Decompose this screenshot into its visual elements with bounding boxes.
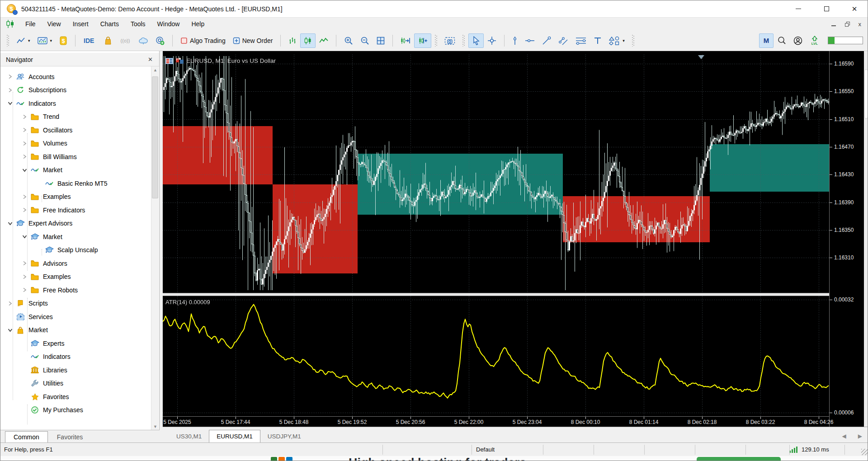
scrollbar-thumb[interactable]	[152, 76, 158, 198]
line-chart-button[interactable]	[316, 33, 332, 48]
tree-item-utilities[interactable]: Utilities	[0, 377, 151, 390]
navigator-scrollbar[interactable]: ▲ ▼	[151, 66, 159, 431]
tree-item-advisors[interactable]: Advisors	[0, 257, 151, 270]
tree-item-indicators[interactable]: Indicators	[0, 97, 151, 110]
navigator-tab-common[interactable]: Common	[5, 431, 48, 442]
market-bag-button[interactable]	[100, 33, 116, 48]
chevron-down-icon[interactable]	[21, 167, 28, 173]
chevron-down-icon[interactable]: ▾	[623, 38, 625, 43]
minimize-button[interactable]	[784, 0, 812, 17]
tree-item-my-purchases[interactable]: My Purchases	[0, 404, 151, 417]
tree-item-examples[interactable]: Examples	[0, 190, 151, 203]
text-tool-button[interactable]	[590, 33, 605, 48]
fibonacci-button[interactable]	[572, 33, 590, 48]
shapes-button[interactable]: ▾	[605, 33, 628, 48]
tab-scroll-right-icon[interactable]: ▶	[858, 433, 862, 439]
time-axis[interactable]: 5 Dec 20255 Dec 17:445 Dec 18:485 Dec 19…	[163, 416, 829, 427]
tile-windows-button[interactable]	[373, 33, 388, 48]
chart-type-button[interactable]: ▾	[13, 33, 34, 48]
price-axis[interactable]: 1.165901.165501.165101.164701.164301.163…	[829, 51, 864, 427]
navigator-tab-favorites[interactable]: Favorites	[49, 432, 91, 442]
trendline-button[interactable]	[538, 33, 555, 48]
navigator-close-icon[interactable]: ✕	[148, 56, 153, 63]
candles-chart-button[interactable]	[300, 33, 316, 48]
zoom-out-button[interactable]	[357, 33, 373, 48]
close-button[interactable]: ✕	[840, 0, 868, 17]
camera-button[interactable]	[441, 33, 459, 48]
chart-window-button[interactable]: ▾	[34, 33, 56, 48]
search-button[interactable]	[774, 33, 790, 48]
chevron-right-icon[interactable]	[21, 127, 28, 133]
chevron-right-icon[interactable]	[7, 87, 13, 93]
tree-item-free-robots[interactable]: Free Robots	[0, 283, 151, 296]
chart-shift-marker-icon[interactable]	[698, 55, 704, 59]
price-chart-canvas[interactable]	[163, 55, 829, 293]
tree-item-expert-advisors[interactable]: Expert Advisors	[0, 217, 151, 230]
menu-item-view[interactable]: View	[42, 19, 67, 29]
user-account-button[interactable]	[790, 33, 806, 48]
tree-item-examples[interactable]: Examples	[0, 270, 151, 283]
chevron-right-icon[interactable]	[21, 273, 28, 280]
child-close-button[interactable]: x	[859, 22, 862, 27]
horizontal-line-button[interactable]	[521, 33, 538, 48]
chevron-down-icon[interactable]	[7, 327, 13, 333]
chevron-down-icon[interactable]: ▾	[50, 38, 52, 43]
tree-item-scripts[interactable]: Scripts	[0, 297, 151, 310]
tree-item-favorites[interactable]: Favorites	[0, 390, 151, 403]
tree-item-accounts[interactable]: Accounts	[0, 70, 151, 83]
chevron-right-icon[interactable]	[21, 287, 28, 293]
chevron-right-icon[interactable]	[21, 207, 28, 213]
tree-item-services[interactable]: Services	[0, 310, 151, 323]
tree-item-basic-renko-mt5[interactable]: Basic Renko MT5	[0, 177, 151, 190]
tree-item-volumes[interactable]: Volumes	[0, 137, 151, 150]
menu-item-insert[interactable]: Insert	[67, 19, 94, 29]
tree-item-experts[interactable]: Experts	[0, 337, 151, 350]
chevron-right-icon[interactable]	[21, 193, 28, 200]
menu-item-charts[interactable]: Charts	[94, 19, 125, 29]
mql5-button[interactable]: M	[759, 33, 774, 48]
child-minimize-button[interactable]	[831, 22, 837, 27]
tree-item-trend[interactable]: Trend	[0, 110, 151, 123]
signals-button[interactable]	[152, 33, 168, 48]
chevron-down-icon[interactable]	[7, 220, 13, 226]
ide-button[interactable]: IDE	[80, 33, 100, 48]
menu-item-file[interactable]: File	[19, 19, 42, 29]
scroll-up-icon[interactable]: ▲	[151, 66, 159, 74]
resize-grip-icon[interactable]	[861, 449, 868, 455]
zoom-in-button[interactable]	[340, 33, 357, 48]
tree-item-oscillators[interactable]: Oscillators	[0, 123, 151, 136]
chevron-right-icon[interactable]	[21, 154, 28, 160]
status-latency[interactable]: 129.10 ms	[802, 446, 829, 453]
chevron-right-icon[interactable]	[21, 260, 28, 267]
tree-item-bill-williams[interactable]: Bill Williams	[0, 150, 151, 163]
maximize-button[interactable]	[812, 0, 840, 17]
chevron-down-icon[interactable]: ▾	[28, 38, 30, 43]
tree-item-indicators[interactable]: Indicators	[0, 350, 151, 363]
chevron-right-icon[interactable]	[7, 300, 13, 306]
menu-item-help[interactable]: Help	[185, 19, 210, 29]
shift-end-left-button[interactable]	[414, 33, 431, 48]
crosshair-button[interactable]	[484, 33, 500, 48]
new-order-button[interactable]: New Order	[229, 33, 277, 48]
cursor-button[interactable]	[468, 33, 484, 48]
menu-item-tools[interactable]: Tools	[125, 19, 151, 29]
tree-item-market[interactable]: Market	[0, 324, 151, 337]
equidistant-channel-button[interactable]	[555, 33, 572, 48]
cloud-button[interactable]	[135, 33, 152, 48]
price-chart-pane[interactable]	[163, 55, 829, 293]
algo-trading-button[interactable]: Algo Trading	[177, 33, 229, 48]
vertical-line-button[interactable]	[509, 33, 521, 48]
shift-end-right-button[interactable]	[397, 33, 414, 48]
chart-tab-usdjpy-m1[interactable]: USDJPY,M1	[260, 430, 308, 442]
chart-tab-eurusd-m1[interactable]: EURUSD,M1	[209, 430, 260, 442]
tab-scroll-left-icon[interactable]: ◀	[842, 433, 846, 439]
status-profile[interactable]: Default	[476, 446, 495, 453]
atr-canvas[interactable]	[163, 296, 829, 416]
scrollbar-thumb[interactable]	[864, 69, 868, 119]
tree-item-libraries[interactable]: Libraries	[0, 363, 151, 376]
tree-item-market[interactable]: Market	[0, 230, 151, 243]
menu-item-window[interactable]: Window	[151, 19, 186, 29]
chevron-right-icon[interactable]	[7, 74, 13, 80]
chart-vertical-scrollbar[interactable]	[864, 51, 868, 427]
atr-indicator-pane[interactable]	[163, 296, 829, 416]
